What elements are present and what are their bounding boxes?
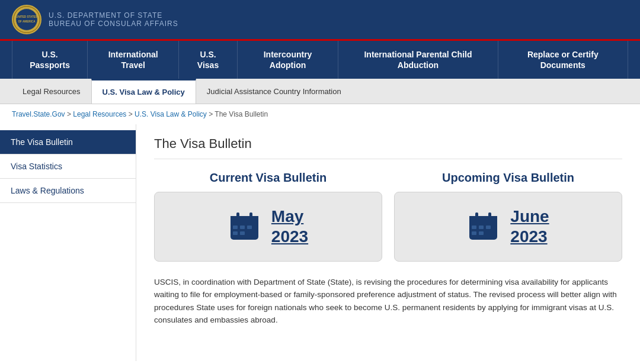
nav-us-visas[interactable]: U.S. Visas (179, 41, 238, 79)
main-navigation: U.S. Passports International Travel U.S.… (0, 39, 640, 79)
svg-rect-18 (479, 226, 484, 229)
upcoming-bulletin-card[interactable]: June 2023 (394, 192, 622, 261)
sub-navigation: Legal Resources U.S. Visa Law & Policy J… (0, 79, 640, 104)
svg-rect-23 (488, 212, 491, 220)
svg-rect-6 (231, 221, 258, 224)
svg-text:UNITED STATES: UNITED STATES (16, 15, 37, 18)
svg-rect-13 (249, 212, 252, 220)
current-bulletin-year[interactable]: 2023 (271, 227, 308, 247)
svg-text:OF AMERICA: OF AMERICA (18, 20, 36, 23)
sidebar-item-laws-regulations[interactable]: Laws & Regulations (0, 179, 136, 203)
current-bulletin-title: Current Visa Bulletin (154, 171, 382, 185)
breadcrumb-home[interactable]: Travel.State.Gov (12, 110, 65, 118)
nav-intercountry-adoption[interactable]: Intercountry Adoption (238, 41, 339, 79)
upcoming-bulletin-section: Upcoming Visa Bulletin (394, 171, 622, 261)
subnav-us-visa-law[interactable]: U.S. Visa Law & Policy (91, 79, 196, 104)
svg-rect-7 (233, 226, 238, 229)
upcoming-bulletin-year[interactable]: 2023 (510, 227, 549, 247)
top-header: UNITED STATES OF AMERICA U.S. DEPARTMENT… (0, 0, 640, 39)
subnav-legal-resources[interactable]: Legal Resources (12, 79, 91, 104)
breadcrumb-visa-law[interactable]: U.S. Visa Law & Policy (135, 110, 207, 118)
nav-international-parental[interactable]: International Parental Child Abduction (338, 41, 498, 79)
svg-rect-11 (240, 231, 245, 235)
nav-passports[interactable]: U.S. Passports (12, 41, 88, 79)
current-calendar-icon (228, 210, 261, 243)
svg-rect-16 (469, 221, 497, 224)
upcoming-bulletin-date: June 2023 (510, 207, 549, 246)
current-bulletin-card[interactable]: May 2023 (154, 192, 382, 261)
svg-rect-12 (236, 212, 239, 220)
bulletin-grid: Current Visa Bulletin (154, 171, 622, 261)
breadcrumb-current: The Visa Bulletin (215, 110, 268, 118)
current-bulletin-month[interactable]: May (271, 207, 308, 227)
description-text: USCIS, in coordination with Department o… (154, 276, 622, 327)
sidebar-item-visa-statistics[interactable]: Visa Statistics (0, 154, 136, 179)
svg-rect-9 (247, 226, 252, 229)
bureau-name-label: BUREAU OF CONSULAR AFFAIRS (49, 20, 178, 28)
upcoming-calendar-icon (467, 210, 500, 243)
sidebar: The Visa Bulletin Visa Statistics Laws &… (0, 124, 136, 361)
main-content: The Visa Bulletin Current Visa Bulletin (136, 124, 640, 361)
current-bulletin-date: May 2023 (271, 207, 308, 246)
svg-rect-8 (240, 226, 245, 229)
subnav-judicial-assistance[interactable]: Judicial Assistance Country Information (196, 79, 352, 104)
svg-rect-21 (479, 231, 484, 235)
svg-rect-19 (486, 226, 491, 229)
nav-replace-certify[interactable]: Replace or Certify Documents (498, 41, 628, 79)
upcoming-bulletin-title: Upcoming Visa Bulletin (394, 171, 622, 185)
page-layout: The Visa Bulletin Visa Statistics Laws &… (0, 124, 640, 361)
page-title: The Visa Bulletin (154, 136, 622, 159)
upcoming-bulletin-month[interactable]: June (510, 207, 549, 227)
breadcrumb-legal[interactable]: Legal Resources (73, 110, 126, 118)
breadcrumb: Travel.State.Gov > Legal Resources > U.S… (0, 104, 640, 124)
nav-international-travel[interactable]: International Travel (88, 41, 179, 79)
dept-name-label: U.S. DEPARTMENT OF STATE (49, 11, 178, 20)
sidebar-item-visa-bulletin[interactable]: The Visa Bulletin (0, 130, 136, 154)
svg-rect-17 (472, 226, 476, 229)
department-seal: UNITED STATES OF AMERICA (12, 5, 41, 34)
svg-rect-20 (472, 231, 476, 235)
current-bulletin-section: Current Visa Bulletin (154, 171, 382, 261)
svg-rect-10 (233, 231, 238, 235)
svg-rect-22 (475, 212, 478, 220)
